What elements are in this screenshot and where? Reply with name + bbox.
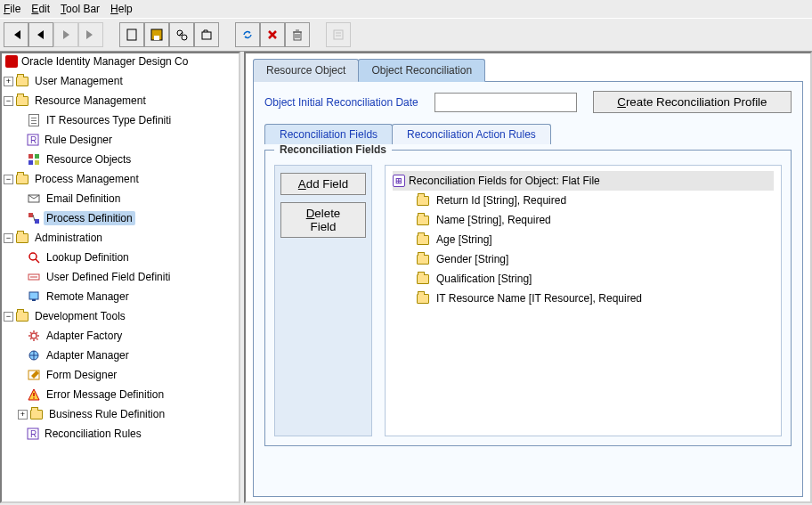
svg-line-27 [36, 259, 39, 263]
folder-icon [15, 74, 29, 88]
trash-button[interactable] [285, 22, 310, 47]
svg-rect-0 [127, 29, 136, 40]
tree-node-remote-manager[interactable]: Remote Manager [2, 287, 239, 306]
menu-file[interactable]: File [4, 3, 20, 15]
button-column: Add Field Delete Field [274, 165, 372, 436]
adapter-manager-icon [27, 348, 41, 362]
next-record-button [53, 22, 78, 47]
last-record-button [78, 22, 103, 47]
tree-node-user-defined-field[interactable]: User Defined Field Definiti [2, 267, 239, 287]
input-initial-recon-date[interactable] [434, 93, 577, 112]
oracle-icon [5, 55, 18, 68]
tree-node-process-management[interactable]: − Process Management [2, 169, 239, 189]
tree-node-it-resources-type[interactable]: IT Resources Type Definiti [2, 110, 239, 130]
sub-tabs: Reconciliation Fields Reconciliation Act… [264, 124, 792, 144]
svg-point-38 [33, 397, 35, 399]
tree-node-error-message-definition[interactable]: Error Message Definition [2, 385, 239, 404]
tree-node-process-definition[interactable]: Process Definition [2, 208, 239, 228]
svg-rect-6 [202, 32, 211, 39]
document-icon [27, 113, 41, 127]
folder-icon [416, 213, 430, 227]
tree-node-adapter-manager[interactable]: Adapter Manager [2, 346, 239, 365]
menu-help[interactable]: Help [110, 3, 133, 15]
expander-icon[interactable]: + [4, 77, 13, 86]
svg-rect-13 [334, 30, 343, 39]
gear-icon [27, 329, 41, 343]
new-button[interactable] [119, 22, 144, 47]
sidebar-tree: Oracle Identity Manager Design Co + User… [0, 52, 240, 503]
delete-field-button[interactable]: Delete Field [280, 202, 366, 238]
svg-rect-21 [35, 160, 39, 165]
recon-field-node[interactable]: Name [String], Required [393, 210, 774, 230]
recon-field-node[interactable]: Return Id [String], Required [393, 191, 774, 210]
warning-icon [27, 387, 41, 402]
tab-object-reconciliation[interactable]: Object Reconciliation [358, 59, 485, 82]
recon-field-node[interactable]: IT Resource Name [IT Resource], Required [393, 289, 774, 308]
folder-icon [15, 94, 29, 108]
recon-root-node[interactable]: ⊞ Reconciliation Fields for Object: Flat… [393, 171, 774, 191]
folder-icon [416, 232, 430, 247]
folder-icon [15, 309, 29, 323]
tree-node-resource-objects[interactable]: Resource Objects [2, 150, 239, 169]
recon-field-node[interactable]: Gender [String] [393, 249, 774, 269]
save-button[interactable] [144, 22, 169, 47]
tab-resource-object[interactable]: Resource Object [253, 59, 359, 82]
tree-node-email-definition[interactable]: Email Definition [2, 189, 239, 208]
svg-rect-23 [28, 213, 33, 217]
expander-icon[interactable]: + [18, 410, 28, 419]
query-button[interactable] [194, 22, 219, 47]
svg-point-32 [31, 333, 37, 338]
sidebar-title: Oracle Identity Manager Design Co [21, 55, 188, 68]
delete-button[interactable] [260, 22, 285, 47]
svg-rect-2 [154, 36, 159, 40]
refresh-button[interactable] [235, 22, 260, 47]
main-tabs: Resource Object Object Reconciliation [253, 59, 803, 82]
folder-icon [29, 407, 44, 421]
tree-node-user-management[interactable]: + User Management [2, 71, 239, 91]
folder-icon [416, 272, 430, 286]
reconciliation-root-icon: ⊞ [393, 175, 405, 187]
toolbar [0, 19, 812, 52]
recon-field-node[interactable]: Qualification [String] [393, 269, 774, 289]
subtab-reconciliation-fields[interactable]: Reconciliation Fields [264, 124, 393, 144]
tree-node-form-designer[interactable]: Form Designer [2, 365, 239, 385]
rule-icon: R [27, 134, 39, 146]
tree-node-resource-management[interactable]: − Resource Management [2, 91, 239, 110]
fieldset-legend: Reconciliation Fields [274, 143, 392, 156]
search-button[interactable] [169, 22, 194, 47]
expander-icon[interactable]: − [4, 96, 13, 106]
tree-node-development-tools[interactable]: − Development Tools [2, 306, 239, 326]
svg-point-26 [29, 253, 37, 260]
tree-node-reconciliation-rules[interactable]: R Reconciliation Rules [2, 424, 239, 444]
prev-record-button[interactable] [28, 22, 53, 47]
create-recon-profile-button[interactable]: Create Reconciliation Profile [593, 91, 792, 113]
expander-icon[interactable]: − [4, 175, 13, 184]
tree-node-administration[interactable]: − Administration [2, 228, 239, 248]
recon-field-node[interactable]: Age [String] [393, 230, 774, 249]
folder-icon [15, 231, 29, 245]
svg-line-25 [33, 215, 35, 221]
sidebar-title-row: Oracle Identity Manager Design Co [2, 53, 239, 69]
magnify-icon [27, 250, 41, 265]
tree-node-adapter-factory[interactable]: Adapter Factory [2, 326, 239, 346]
remote-icon [27, 289, 41, 304]
resource-objects-icon [27, 152, 41, 167]
menu-toolbar[interactable]: Tool Bar [61, 3, 100, 15]
tree-node-lookup-definition[interactable]: Lookup Definition [2, 248, 239, 267]
subtab-reconciliation-action-rules[interactable]: Reconciliation Action Rules [392, 124, 551, 144]
rule-icon: R [27, 428, 39, 440]
add-field-button[interactable]: Add Field [280, 173, 366, 195]
svg-point-4 [182, 35, 187, 40]
expander-icon[interactable]: − [4, 233, 13, 243]
folder-icon [416, 291, 430, 305]
menu-edit[interactable]: Edit [31, 3, 50, 15]
content-panel: Resource Object Object Reconciliation Ob… [244, 52, 812, 503]
folder-icon [15, 172, 29, 186]
svg-rect-20 [28, 160, 33, 165]
expander-icon[interactable]: − [4, 312, 13, 322]
tree-node-rule-designer[interactable]: R Rule Designer [2, 130, 239, 150]
tree-node-business-rule-definition[interactable]: + Business Rule Definition [2, 404, 239, 424]
svg-rect-31 [32, 299, 36, 301]
first-record-button[interactable] [4, 22, 28, 47]
svg-rect-19 [35, 154, 39, 159]
